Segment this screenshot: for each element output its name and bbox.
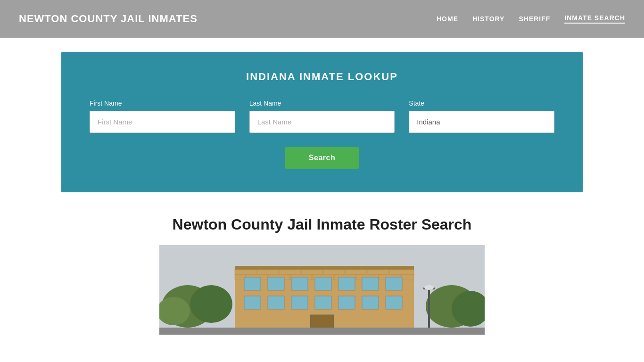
svg-rect-34 bbox=[315, 296, 331, 309]
section-title: Newton County Jail Inmate Roster Search bbox=[19, 216, 625, 233]
svg-rect-29 bbox=[362, 277, 379, 290]
content-section: Newton County Jail Inmate Roster Search bbox=[0, 192, 644, 344]
jail-building-image bbox=[159, 245, 485, 335]
svg-rect-37 bbox=[386, 296, 402, 309]
svg-rect-28 bbox=[339, 277, 355, 290]
site-header: NEWTON COUNTY JAIL INMATES HOME HISTORY … bbox=[0, 0, 644, 38]
jail-image-container bbox=[19, 245, 625, 335]
main-nav: HOME HISTORY SHERIFF INMATE SEARCH bbox=[437, 14, 625, 24]
svg-rect-30 bbox=[386, 277, 402, 290]
form-row: First Name Last Name State bbox=[90, 99, 554, 133]
svg-rect-31 bbox=[244, 296, 261, 309]
svg-rect-35 bbox=[339, 296, 355, 309]
svg-rect-27 bbox=[315, 277, 331, 290]
svg-rect-25 bbox=[268, 277, 284, 290]
svg-rect-43 bbox=[159, 328, 485, 335]
last-name-label: Last Name bbox=[249, 99, 395, 107]
svg-rect-32 bbox=[268, 296, 284, 309]
svg-rect-36 bbox=[362, 296, 379, 309]
svg-point-42 bbox=[424, 285, 434, 290]
lookup-title: INDIANA INMATE LOOKUP bbox=[90, 71, 554, 83]
sub-header bbox=[0, 38, 644, 52]
svg-rect-39 bbox=[235, 266, 414, 270]
nav-history[interactable]: HISTORY bbox=[472, 15, 504, 23]
state-label: State bbox=[409, 99, 554, 107]
svg-rect-26 bbox=[291, 277, 308, 290]
svg-rect-24 bbox=[244, 277, 261, 290]
state-group: State bbox=[409, 99, 554, 133]
inmate-lookup-section: INDIANA INMATE LOOKUP First Name Last Na… bbox=[61, 52, 583, 192]
first-name-label: First Name bbox=[90, 99, 235, 107]
state-input[interactable] bbox=[409, 111, 554, 133]
nav-home[interactable]: HOME bbox=[437, 15, 458, 23]
search-button[interactable]: Search bbox=[285, 147, 359, 169]
first-name-input[interactable] bbox=[90, 111, 235, 133]
svg-rect-33 bbox=[291, 296, 308, 309]
search-btn-row: Search bbox=[90, 147, 554, 169]
nav-sheriff[interactable]: SHERIFF bbox=[519, 15, 550, 23]
last-name-input[interactable] bbox=[249, 111, 395, 133]
last-name-group: Last Name bbox=[249, 99, 395, 133]
svg-point-2 bbox=[190, 285, 232, 323]
site-title: NEWTON COUNTY JAIL INMATES bbox=[19, 13, 198, 25]
nav-inmate-search[interactable]: INMATE SEARCH bbox=[564, 14, 625, 24]
first-name-group: First Name bbox=[90, 99, 235, 133]
